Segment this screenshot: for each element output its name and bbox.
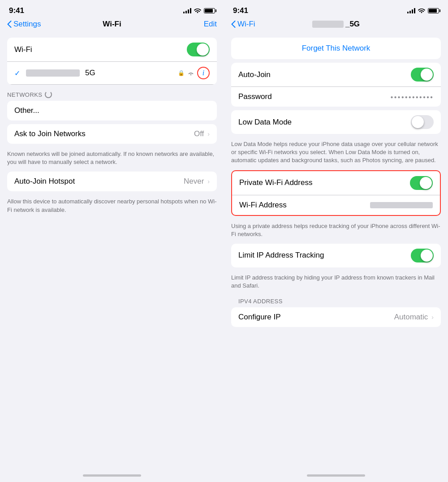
wifi-toggle-row: Wi-Fi — [7, 38, 217, 62]
back-button-left[interactable]: Settings — [7, 20, 41, 29]
nav-bar-left: Settings Wi-Fi Edit — [0, 18, 224, 34]
low-data-group: Low Data Mode — [231, 110, 441, 134]
wifi-toggle[interactable] — [187, 43, 210, 56]
configure-ip-label: Configure IP — [238, 313, 281, 322]
configure-ip-chevron: › — [431, 314, 434, 321]
signal-icon-right — [407, 8, 415, 13]
configure-ip-right: Automatic › — [394, 313, 434, 322]
network-suffix-left: 5G — [85, 69, 95, 77]
auto-join-hotspot-group: Auto-Join Hotspot Never › — [7, 172, 217, 191]
wifi-toggle-group: Wi-Fi ✓ 5G 🔒 i — [7, 38, 217, 85]
ask-join-group: Ask to Join Networks Off › — [7, 124, 217, 144]
home-indicator-left — [0, 471, 224, 482]
low-data-toggle[interactable] — [411, 115, 434, 129]
other-network-label: Other... — [14, 106, 39, 115]
ask-join-label: Ask to Join Networks — [14, 129, 86, 138]
ask-join-right: Off › — [194, 129, 210, 138]
low-data-label: Low Data Mode — [238, 118, 292, 127]
battery-icon-right — [428, 8, 439, 13]
networks-section-container: NETWORKS Other... — [0, 88, 224, 120]
forget-network-group: Forget This Network — [231, 38, 441, 59]
limit-ip-toggle[interactable] — [411, 249, 434, 263]
limit-ip-label: Limit IP Address Tracking — [238, 251, 324, 260]
limit-ip-row: Limit IP Address Tracking — [231, 244, 441, 267]
right-content: Forget This Network Auto-Join Password ●… — [224, 34, 448, 471]
check-icon: ✓ — [14, 69, 22, 77]
connected-network-row: ✓ 5G 🔒 i — [7, 62, 217, 85]
wifi-address-value — [370, 202, 433, 208]
private-wifi-row: Private Wi-Fi Address — [232, 171, 440, 195]
ask-join-description: Known networks will be joined automatica… — [0, 147, 224, 172]
networks-label: NETWORKS — [0, 88, 224, 101]
configure-ip-row[interactable]: Configure IP Automatic › — [231, 307, 441, 327]
auto-join-hotspot-right: Never › — [184, 177, 210, 186]
private-wifi-group: Private Wi-Fi Address Wi-Fi Address — [231, 170, 441, 216]
nav-bar-right: Wi-Fi _5G — [224, 18, 448, 34]
nav-title-left: Wi-Fi — [103, 20, 121, 29]
signal-icon — [183, 8, 191, 13]
auto-join-hotspot-value: Never — [184, 177, 204, 186]
password-value: ●●●●●●●●●●●● — [391, 95, 434, 99]
wifi-address-label: Wi-Fi Address — [239, 201, 287, 210]
other-network-row[interactable]: Other... — [7, 101, 217, 120]
back-label-left: Settings — [13, 20, 41, 29]
wifi-label: Wi-Fi — [14, 45, 32, 54]
auto-join-label: Auto-Join — [238, 70, 271, 79]
auto-join-hotspot-label: Auto-Join Hotspot — [14, 177, 75, 186]
auto-join-toggle[interactable] — [411, 68, 434, 82]
network-title-suffix: _5G — [345, 20, 360, 29]
configure-ip-value: Automatic — [394, 313, 428, 322]
network-icons: 🔒 i — [178, 67, 210, 79]
wifi-address-description: Using a private address helps reduce tra… — [224, 219, 448, 244]
auto-join-row: Auto-Join — [231, 63, 441, 87]
low-data-description: Low Data Mode helps reduce your iPhone d… — [224, 138, 448, 170]
info-button[interactable]: i — [197, 67, 210, 79]
limit-ip-description: Limit IP address tracking by hiding your… — [224, 271, 448, 295]
loading-spinner — [45, 91, 52, 98]
auto-join-hotspot-description: Allow this device to automatically disco… — [0, 195, 224, 219]
status-icons-right — [407, 8, 439, 14]
status-bar-left: 9:41 — [0, 0, 224, 18]
right-screen: 9:41 Wi-Fi _5G — [224, 0, 448, 482]
other-network-group: Other... — [7, 101, 217, 120]
edit-button[interactable]: Edit — [204, 20, 217, 29]
ipv4-section-label: IPV4 ADDRESS — [224, 295, 448, 307]
password-label: Password — [238, 92, 272, 101]
back-button-right[interactable]: Wi-Fi — [231, 20, 255, 29]
wifi-status-icon — [194, 8, 201, 14]
left-screen: 9:41 Settings Wi-Fi Edit — [0, 0, 224, 482]
wifi-status-icon-right — [418, 8, 425, 14]
network-name-blurred-right — [312, 21, 344, 28]
configure-ip-group: Configure IP Automatic › — [231, 307, 441, 327]
wifi-strength-icon — [187, 69, 194, 77]
ask-join-chevron: › — [207, 130, 210, 138]
auto-join-hotspot-row[interactable]: Auto-Join Hotspot Never › — [7, 172, 217, 191]
ask-join-value: Off — [194, 129, 204, 138]
time-right: 9:41 — [233, 6, 248, 15]
auto-join-hotspot-chevron: › — [207, 178, 210, 185]
forget-network-label: Forget This Network — [302, 44, 370, 53]
network-name-blurred-left — [26, 69, 80, 77]
time-left: 9:41 — [9, 6, 24, 15]
limit-ip-group: Limit IP Address Tracking — [231, 244, 441, 267]
low-data-row: Low Data Mode — [231, 110, 441, 134]
status-bar-right: 9:41 — [224, 0, 448, 18]
password-row[interactable]: Password ●●●●●●●●●●●● — [231, 87, 441, 107]
back-label-right: Wi-Fi — [237, 20, 255, 29]
ask-join-row[interactable]: Ask to Join Networks Off › — [7, 124, 217, 144]
auto-join-password-group: Auto-Join Password ●●●●●●●●●●●● — [231, 63, 441, 107]
battery-icon — [204, 8, 215, 13]
left-content: Wi-Fi ✓ 5G 🔒 i — [0, 34, 224, 471]
status-icons-left — [183, 8, 215, 14]
private-wifi-toggle[interactable] — [410, 176, 433, 190]
wifi-address-row: Wi-Fi Address — [232, 195, 440, 215]
home-indicator-right — [224, 471, 448, 482]
nav-title-right-container: _5G — [312, 20, 360, 29]
forget-network-button[interactable]: Forget This Network — [231, 38, 441, 59]
lock-icon: 🔒 — [178, 70, 185, 76]
private-wifi-label: Private Wi-Fi Address — [239, 178, 312, 187]
